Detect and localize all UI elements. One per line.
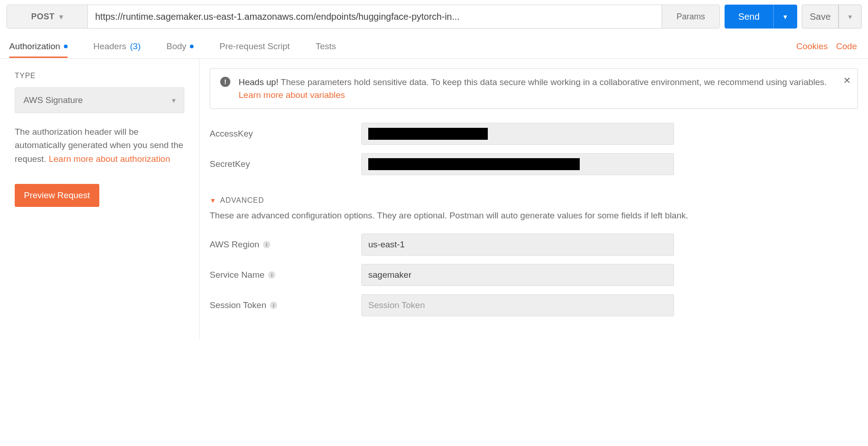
auth-right-panel: ! Heads up! These parameters hold sensit… bbox=[200, 59, 868, 339]
tabs-row: Authorization Headers (3) Body Pre-reque… bbox=[0, 34, 868, 59]
service-name-input[interactable] bbox=[361, 264, 674, 286]
params-button[interactable]: Params bbox=[662, 5, 720, 28]
session-token-field[interactable] bbox=[368, 300, 667, 310]
advanced-label: ADVANCED bbox=[220, 196, 264, 205]
label-text: Service Name bbox=[210, 270, 264, 280]
info-icon[interactable]: i bbox=[268, 271, 275, 279]
auth-helper: The authorization header will be automat… bbox=[15, 125, 184, 166]
chevron-down-icon: ▾ bbox=[848, 12, 852, 21]
tab-label: Headers bbox=[93, 41, 126, 51]
auth-type-select[interactable]: AWS Signature ▾ bbox=[15, 87, 184, 113]
redacted-value bbox=[368, 128, 488, 140]
info-icon: ! bbox=[220, 77, 230, 87]
tab-label: Authorization bbox=[9, 41, 60, 51]
save-label: Save bbox=[810, 11, 831, 22]
advanced-desc: These are advanced configuration options… bbox=[210, 209, 858, 223]
alert-body: Heads up! These parameters hold sensitiv… bbox=[239, 76, 847, 101]
indicator-dot-icon bbox=[190, 45, 194, 48]
advanced-grid: AWS Region i Service Name i Session To bbox=[210, 234, 858, 316]
indicator-dot-icon bbox=[64, 45, 68, 48]
cookies-link[interactable]: Cookies bbox=[796, 41, 828, 51]
chevron-down-icon: ▾ bbox=[172, 96, 176, 105]
method-select[interactable]: POST ▾ bbox=[7, 5, 88, 28]
alert-heads: Heads up! bbox=[239, 77, 279, 87]
label-text: Session Token bbox=[210, 300, 266, 310]
info-icon[interactable]: i bbox=[263, 241, 270, 248]
access-key-input[interactable] bbox=[361, 123, 674, 145]
learn-vars-link[interactable]: Learn more about variables bbox=[239, 90, 345, 100]
tab-authorization[interactable]: Authorization bbox=[9, 35, 68, 58]
secret-key-input[interactable] bbox=[361, 153, 674, 175]
access-key-label: AccessKey bbox=[210, 129, 361, 139]
access-key-row: AccessKey bbox=[210, 123, 858, 145]
tab-prerequest[interactable]: Pre-request Script bbox=[219, 35, 290, 58]
send-group: Send ▾ bbox=[725, 5, 797, 29]
alert-text: These parameters hold sensitive data. To… bbox=[279, 77, 827, 87]
sensitive-alert: ! Heads up! These parameters hold sensit… bbox=[210, 68, 858, 109]
tab-tests[interactable]: Tests bbox=[315, 35, 336, 58]
send-dropdown[interactable]: ▾ bbox=[773, 5, 797, 29]
aws-region-input[interactable] bbox=[361, 234, 674, 256]
send-label: Send bbox=[738, 11, 760, 22]
tab-label: Pre-request Script bbox=[219, 41, 290, 51]
advanced-toggle[interactable]: ▼ ADVANCED bbox=[210, 196, 858, 205]
close-icon[interactable]: ✕ bbox=[843, 74, 851, 87]
session-token-input[interactable] bbox=[361, 294, 674, 316]
content: TYPE AWS Signature ▾ The authorization h… bbox=[0, 59, 868, 339]
type-label: TYPE bbox=[15, 72, 184, 80]
secret-key-label: SecretKey bbox=[210, 159, 361, 169]
url-text: https://runtime.sagemaker.us-east-1.amaz… bbox=[95, 11, 460, 22]
save-dropdown[interactable]: ▾ bbox=[839, 5, 862, 29]
send-button[interactable]: Send bbox=[725, 5, 773, 29]
tab-headers[interactable]: Headers (3) bbox=[93, 35, 141, 58]
tab-label: Tests bbox=[315, 41, 336, 51]
tab-body[interactable]: Body bbox=[166, 35, 194, 58]
caret-down-icon: ▼ bbox=[210, 197, 217, 204]
preview-label: Preview Request bbox=[24, 190, 90, 200]
url-input[interactable]: https://runtime.sagemaker.us-east-1.amaz… bbox=[88, 5, 662, 28]
code-link[interactable]: Code bbox=[836, 41, 857, 51]
service-name-label: Service Name i bbox=[210, 270, 361, 280]
info-icon[interactable]: i bbox=[270, 302, 277, 309]
save-group: Save ▾ bbox=[802, 5, 862, 29]
session-token-row: Session Token i bbox=[210, 294, 858, 316]
chevron-down-icon: ▾ bbox=[783, 12, 787, 21]
credentials-grid: AccessKey SecretKey bbox=[210, 123, 858, 175]
chevron-down-icon: ▾ bbox=[59, 12, 63, 21]
service-name-field[interactable] bbox=[368, 270, 667, 280]
secret-key-row: SecretKey bbox=[210, 153, 858, 175]
auth-type-value: AWS Signature bbox=[23, 95, 83, 105]
request-bar: POST ▾ https://runtime.sagemaker.us-east… bbox=[0, 0, 868, 34]
label-text: AWS Region bbox=[210, 240, 259, 250]
auth-left-panel: TYPE AWS Signature ▾ The authorization h… bbox=[0, 59, 200, 339]
headers-count: (3) bbox=[130, 41, 141, 51]
aws-region-label: AWS Region i bbox=[210, 240, 361, 250]
params-label: Params bbox=[676, 12, 705, 22]
aws-region-field[interactable] bbox=[368, 240, 667, 250]
redacted-value bbox=[368, 158, 580, 170]
method-value: POST bbox=[31, 12, 55, 22]
tabs-right: Cookies Code bbox=[796, 41, 857, 51]
aws-region-row: AWS Region i bbox=[210, 234, 858, 256]
save-button[interactable]: Save bbox=[802, 5, 839, 29]
session-token-label: Session Token i bbox=[210, 300, 361, 310]
url-group: POST ▾ https://runtime.sagemaker.us-east… bbox=[6, 5, 720, 29]
tab-label: Body bbox=[166, 41, 186, 51]
preview-request-button[interactable]: Preview Request bbox=[15, 184, 99, 207]
service-name-row: Service Name i bbox=[210, 264, 858, 286]
learn-auth-link[interactable]: Learn more about authorization bbox=[49, 154, 170, 164]
